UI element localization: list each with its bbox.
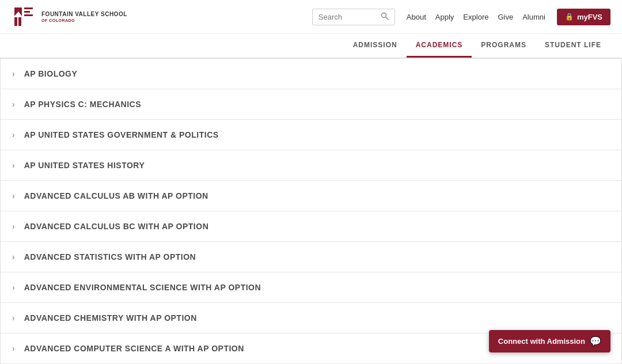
course-title: AP PHYSICS C: MECHANICS [24, 100, 141, 109]
chat-icon: 💬 [590, 336, 601, 347]
course-item[interactable]: ›ADVANCED CHEMISTRY WITH AP OPTION [1, 303, 621, 333]
course-title: ADVANCED CALCULUS BC WITH AP OPTION [24, 222, 209, 231]
course-list: ›AP BIOLOGY›AP PHYSICS C: MECHANICS›AP U… [0, 58, 622, 364]
top-nav-links: About Apply Explore Give Alumni [407, 13, 545, 21]
lock-icon: 🔒 [565, 13, 574, 21]
course-title: ADVANCED CHEMISTRY WITH AP OPTION [24, 313, 197, 323]
course-item[interactable]: ›AP UNITED STATES GOVERNMENT & POLITICS [1, 120, 621, 150]
logo-icon [12, 5, 36, 29]
chevron-right-icon: › [12, 69, 15, 78]
nav-student-life[interactable]: STUDENT LIFE [536, 34, 610, 58]
course-item[interactable]: ›ADVANCED CALCULUS BC WITH AP OPTION [1, 211, 621, 242]
chevron-right-icon: › [12, 161, 15, 170]
course-item[interactable]: ›ADVANCED ENVIRONMENTAL SCIENCE WITH AP … [1, 272, 621, 303]
svg-line-8 [385, 17, 388, 20]
main-content: ›AP BIOLOGY›AP PHYSICS C: MECHANICS›AP U… [0, 58, 622, 364]
course-item[interactable]: ›AP BIOLOGY [1, 59, 621, 89]
chevron-right-icon: › [12, 191, 15, 200]
nav-alumni[interactable]: Alumni [522, 13, 545, 21]
header-right: About Apply Explore Give Alumni 🔒 myFVS [312, 9, 610, 25]
nav-apply[interactable]: Apply [435, 13, 454, 21]
myfvs-label: myFVS [577, 13, 602, 21]
course-title: ADVANCED CALCULUS AB WITH AP OPTION [24, 191, 208, 200]
course-title: AP UNITED STATES HISTORY [24, 161, 145, 170]
logo-text: FOUNTAIN VALLEY SCHOOL OF COLORADO [41, 10, 127, 23]
search-icon [381, 12, 389, 20]
course-item[interactable]: ›ADVANCED CALCULUS AB WITH AP OPTION [1, 181, 621, 211]
course-title: AP UNITED STATES GOVERNMENT & POLITICS [24, 130, 219, 139]
search-input[interactable] [318, 13, 376, 21]
search-button[interactable] [381, 12, 389, 22]
course-title: AP BIOLOGY [24, 69, 78, 78]
course-title: ADVANCED COMPUTER SCIENCE A WITH AP OPTI… [24, 344, 244, 353]
svg-rect-4 [24, 7, 33, 9]
connect-btn-label: Connect with Admission [498, 337, 585, 346]
course-title: ADVANCED STATISTICS WITH AP OPTION [24, 252, 196, 261]
secondary-nav: ADMISSION ACADEMICS PROGRAMS STUDENT LIF… [0, 33, 622, 58]
svg-rect-6 [24, 14, 33, 16]
svg-rect-3 [18, 17, 21, 26]
nav-explore[interactable]: Explore [463, 13, 488, 21]
course-title: ADVANCED ENVIRONMENTAL SCIENCE WITH AP O… [24, 283, 261, 292]
search-box[interactable] [312, 9, 395, 25]
svg-rect-5 [24, 11, 30, 13]
chevron-right-icon: › [12, 283, 15, 292]
nav-admission[interactable]: ADMISSION [344, 34, 407, 58]
connect-admission-button[interactable]: Connect with Admission 💬 [489, 330, 610, 352]
logo-area[interactable]: FOUNTAIN VALLEY SCHOOL OF COLORADO [12, 5, 127, 29]
chevron-right-icon: › [12, 313, 15, 323]
chevron-right-icon: › [12, 252, 15, 261]
nav-programs[interactable]: PROGRAMS [472, 34, 536, 58]
nav-academics[interactable]: ACADEMICS [407, 34, 472, 58]
nav-give[interactable]: Give [498, 13, 513, 21]
chevron-right-icon: › [12, 130, 15, 139]
svg-rect-2 [14, 17, 17, 26]
course-item[interactable]: ›AP UNITED STATES HISTORY [1, 150, 621, 181]
course-item[interactable]: ›AP PHYSICS C: MECHANICS [1, 89, 621, 120]
chevron-right-icon: › [12, 344, 15, 353]
course-item[interactable]: ›ADVANCED STATISTICS WITH AP OPTION [1, 242, 621, 272]
myfvs-button[interactable]: 🔒 myFVS [557, 9, 610, 25]
nav-about[interactable]: About [407, 13, 426, 21]
chevron-right-icon: › [12, 100, 15, 109]
site-header: FOUNTAIN VALLEY SCHOOL OF COLORADO About… [0, 0, 622, 58]
chevron-right-icon: › [12, 222, 15, 231]
